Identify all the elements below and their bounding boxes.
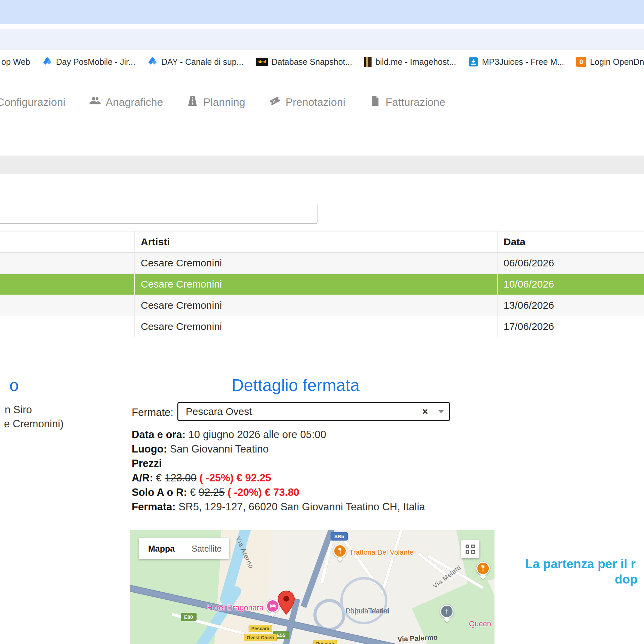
poi-label-hotel-dragonara[interactable]: Hotel Dragonara — [207, 603, 264, 612]
bookmark-item[interactable]: MP3Juices - Free M... — [468, 57, 564, 67]
bookmark-label: Login OpenDns — [590, 57, 644, 67]
stop-address-line: Fermata: SR5, 129-127, 66020 San Giovann… — [132, 500, 425, 514]
restaurant-poi-icon[interactable] — [333, 544, 347, 558]
nav-label: Planning — [203, 96, 245, 109]
price-solo-line: Solo A o R: € 92.25 ( -20%) € 73.80 — [132, 485, 425, 500]
nav-label: Configurazioni — [0, 96, 66, 109]
bookmark-label: MP3Juices - Free M... — [482, 57, 564, 67]
table-row-selected[interactable]: Cesare Cremonini 10/06/2026 — [0, 274, 644, 295]
google-map[interactable]: Via Aterno Via Melatti Via Palermo SR5 E… — [130, 530, 495, 644]
nav-label: Fatturazione — [386, 96, 445, 109]
exit-badge-pescara-cut: Pescara — [313, 640, 337, 644]
browser-tab-strip — [0, 0, 644, 24]
table-row[interactable]: Cesare Cremonini 13/06/2026 — [0, 295, 644, 316]
bookmarks-bar: op Web Day PosMobile - Jir... DAY - Cana… — [1, 54, 644, 69]
price-ar-line: A/R: € 123.00 ( -25%) € 92.25 — [132, 471, 425, 485]
bookmark-item[interactable]: html Database Snapshot... — [256, 57, 352, 67]
route-badge-e80: E80 — [181, 613, 197, 621]
fermate-selected-value: Pescara Ovest — [178, 406, 418, 417]
select-separator — [433, 406, 433, 417]
trip-line-fragment: n Siro — [5, 404, 32, 416]
browser-gap — [0, 24, 644, 29]
fermate-label: Fermate: — [132, 406, 173, 419]
map-road — [380, 530, 403, 595]
app-nav: Configurazioni Anagrafiche Planning Pren… — [0, 95, 445, 110]
nav-item-anagrafiche[interactable]: Anagrafiche — [89, 95, 163, 110]
bookmark-item[interactable]: op Web — [1, 57, 30, 67]
table-row[interactable]: Cesare Cremonini 17/06/2026 — [0, 316, 644, 337]
browser-toolbar — [0, 29, 644, 50]
bookmark-item[interactable]: bild.me - Imagehost... — [364, 57, 456, 67]
bookmark-item[interactable]: 0 Login OpenDns — [576, 57, 644, 67]
exit-badge-ovest-chieti: Ovest Chieti — [244, 634, 277, 641]
map-ramp-loop — [340, 577, 387, 624]
map-button[interactable]: Mappa — [139, 538, 184, 559]
cell-data: 17/06/2026 — [497, 316, 644, 337]
satellite-button[interactable]: Satellite — [184, 538, 229, 559]
cell-data: 10/06/2026 — [497, 274, 644, 295]
bookmark-label: DAY - Canale di sup... — [161, 57, 244, 67]
search-input[interactable] — [0, 204, 317, 224]
church-poi-icon[interactable] — [440, 605, 454, 618]
departure-notice-line1: La partenza per il r — [525, 557, 636, 571]
jira-icon — [42, 57, 52, 67]
clear-selection-icon[interactable]: × — [418, 406, 433, 417]
ticket-icon — [269, 95, 281, 110]
fermate-select[interactable]: Pescara Ovest × — [177, 402, 450, 421]
poi-label-queen[interactable]: Queen — [469, 619, 491, 628]
bild-icon — [364, 57, 372, 67]
people-icon — [89, 95, 101, 110]
cell-artisti: Cesare Cremonini — [134, 253, 497, 273]
cell-artisti: Cesare Cremonini — [134, 295, 497, 316]
place-line: Luogo: San Giovanni Teatino — [132, 442, 425, 456]
cell-artisti: Cesare Cremonini — [134, 274, 497, 295]
map-type-control: Mappa Satellite — [139, 538, 229, 559]
cell-data: 13/06/2026 — [497, 295, 644, 316]
nav-item-fatturazione[interactable]: Fatturazione — [369, 95, 445, 110]
nav-item-planning[interactable]: Planning — [186, 95, 245, 110]
jira-icon — [147, 57, 158, 67]
chevron-down-icon[interactable] — [438, 410, 444, 413]
table-header-artisti[interactable]: Artisti — [134, 231, 497, 252]
opendns-icon: 0 — [576, 57, 586, 67]
table-header-empty — [0, 231, 134, 252]
fullscreen-icon — [466, 545, 469, 548]
events-table: Artisti Data Cesare Cremonini 06/06/2026… — [0, 231, 644, 337]
fullscreen-button[interactable] — [461, 540, 479, 558]
nav-item-configurazioni[interactable]: Configurazioni — [0, 96, 66, 109]
table-header-row: Artisti Data — [0, 231, 644, 253]
bookmark-label: Database Snapshot... — [271, 57, 352, 67]
stop-detail-info: Data e ora: 10 giugno 2026 alle ore 05:0… — [132, 427, 425, 514]
table-header-data[interactable]: Data — [497, 231, 644, 252]
road-icon — [186, 95, 199, 110]
map-marker-pin[interactable] — [277, 591, 295, 615]
bookmark-label: Day PosMobile - Jir... — [56, 57, 135, 67]
nav-label: Prenotazioni — [286, 96, 345, 109]
departure-notice-line2: dop — [615, 572, 638, 587]
route-badge-sr5: SR5 — [331, 532, 348, 541]
screen: op Web Day PosMobile - Jir... DAY - Cana… — [0, 0, 644, 644]
html-icon: html — [256, 58, 268, 66]
nav-label: Anagrafiche — [106, 96, 163, 109]
bookmark-label: op Web — [1, 57, 30, 67]
download-icon — [468, 57, 478, 67]
bookmark-label: bild.me - Imagehost... — [375, 57, 456, 67]
table-row[interactable]: Cesare Cremonini 06/06/2026 — [0, 253, 644, 274]
datetime-line: Data e ora: 10 giugno 2026 alle ore 05:0… — [132, 427, 425, 442]
trip-line-fragment: e Cremonini) — [4, 418, 63, 430]
trip-title-fragment: o — [9, 376, 19, 395]
restaurant-poi-icon[interactable] — [476, 562, 490, 575]
section-divider-band — [0, 156, 644, 174]
cell-artisti: Cesare Cremonini — [134, 316, 497, 337]
stop-detail-title: Dettaglio fermata — [131, 376, 460, 395]
prices-heading: Prezzi — [132, 456, 425, 471]
bookmark-item[interactable]: Day PosMobile - Jir... — [42, 57, 135, 67]
cell-data: 06/06/2026 — [497, 253, 644, 273]
poi-label-trattoria[interactable]: Trattoria Del Volante — [349, 548, 414, 556]
exit-badge-pescara: Pescara — [249, 625, 272, 632]
bookmark-item[interactable]: DAY - Canale di sup... — [147, 57, 244, 67]
nav-item-prenotazioni[interactable]: Prenotazioni — [269, 95, 345, 110]
document-icon — [369, 95, 381, 110]
